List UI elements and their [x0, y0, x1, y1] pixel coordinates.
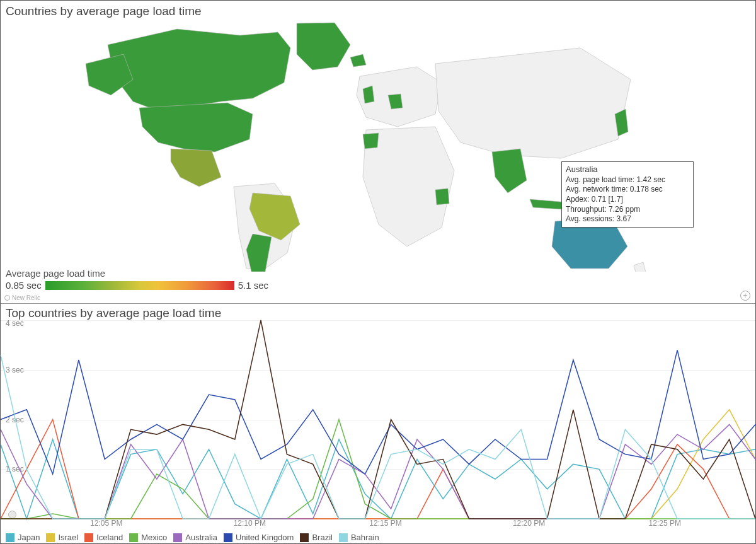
- legend-swatch: [84, 533, 93, 542]
- legend-item[interactable]: Israel: [46, 533, 78, 542]
- legend-item[interactable]: Brazil: [300, 533, 333, 542]
- series-line[interactable]: [1, 355, 755, 519]
- brand-icon: [4, 295, 10, 301]
- legend-label: Average page load time: [6, 268, 268, 279]
- x-axis: 12:05 PM 12:10 PM 12:15 PM 12:20 PM 12:2…: [1, 519, 755, 531]
- country-mexico[interactable]: [171, 149, 221, 187]
- legend-swatch: [339, 533, 348, 542]
- legend-swatch: [173, 533, 182, 542]
- legend-max: 5.1 sec: [238, 280, 268, 291]
- x-tick: 12:15 PM: [369, 519, 401, 528]
- legend-label: Iceland: [96, 533, 123, 542]
- map-title: Countries by average page load time: [1, 1, 755, 22]
- series-line[interactable]: [1, 350, 755, 474]
- tooltip-apdex: Apdex: 0.71 [1.7]: [566, 195, 689, 205]
- map-legend: Average page load time 0.85 sec 5.1 sec: [6, 268, 268, 291]
- legend-label: Israel: [58, 533, 78, 542]
- country-kenya[interactable]: [435, 188, 449, 205]
- chart-area[interactable]: 4 sec 3 sec 2 sec 1 sec: [1, 320, 755, 519]
- brand-label: New Relic: [4, 294, 40, 301]
- legend-label: Bahrain: [351, 533, 379, 542]
- x-tick: 12:05 PM: [90, 519, 122, 528]
- legend-item[interactable]: Iceland: [84, 533, 123, 542]
- legend-label: Japan: [18, 533, 40, 542]
- tooltip-load-time: Avg. page load time: 1.42 sec: [566, 175, 689, 185]
- legend-swatch: [129, 533, 138, 542]
- x-tick: 12:20 PM: [513, 519, 545, 528]
- series-line[interactable]: [1, 410, 755, 519]
- tooltip-network-time: Avg. network time: 0.178 sec: [566, 185, 689, 195]
- legend-item[interactable]: Mexico: [129, 533, 167, 542]
- x-tick: 12:25 PM: [649, 519, 681, 528]
- map-panel: Countries by average page load time: [1, 1, 755, 304]
- x-tick: 12:10 PM: [234, 519, 266, 528]
- tooltip-throughput: Throughput: 7.26 ppm: [566, 205, 689, 215]
- legend-min: 0.85 sec: [6, 280, 42, 291]
- legend-swatch: [46, 533, 55, 542]
- chart-title: Top countries by average page load time: [1, 304, 755, 320]
- legend-gradient: [45, 281, 234, 290]
- legend-swatch: [6, 533, 14, 542]
- legend-item[interactable]: Australia: [173, 533, 217, 542]
- line-chart-panel: Top countries by average page load time …: [1, 304, 755, 544]
- legend-label: Australia: [185, 533, 217, 542]
- country-tooltip: Australia Avg. page load time: 1.42 sec …: [561, 161, 694, 228]
- country-canada[interactable]: [108, 29, 290, 111]
- country-india[interactable]: [492, 149, 527, 193]
- legend-label: Brazil: [312, 533, 333, 542]
- country-usa[interactable]: [139, 103, 253, 152]
- country-uk[interactable]: [363, 86, 374, 103]
- country-morocco[interactable]: [363, 133, 379, 149]
- country-iceland[interactable]: [350, 54, 366, 67]
- expand-icon[interactable]: +: [740, 291, 750, 301]
- legend-swatch: [300, 533, 309, 542]
- legend-item[interactable]: Bahrain: [339, 533, 379, 542]
- world-map[interactable]: [64, 20, 694, 272]
- legend-label: United Kingdom: [236, 533, 294, 542]
- tooltip-title: Australia: [566, 165, 689, 175]
- country-greenland[interactable]: [297, 23, 350, 70]
- legend-swatch: [224, 533, 232, 542]
- tooltip-sessions: Avg. sessions: 3.67: [566, 214, 689, 224]
- legend-item[interactable]: Japan: [6, 533, 40, 542]
- chart-legend: JapanIsraelIcelandMexicoAustraliaUnited …: [6, 533, 379, 542]
- legend-label: Mexico: [141, 533, 167, 542]
- country-asia-bg[interactable]: [435, 48, 631, 158]
- country-nz[interactable]: [634, 262, 646, 272]
- series-line[interactable]: [1, 439, 755, 519]
- legend-item[interactable]: United Kingdom: [224, 533, 294, 542]
- series-line[interactable]: [1, 320, 755, 519]
